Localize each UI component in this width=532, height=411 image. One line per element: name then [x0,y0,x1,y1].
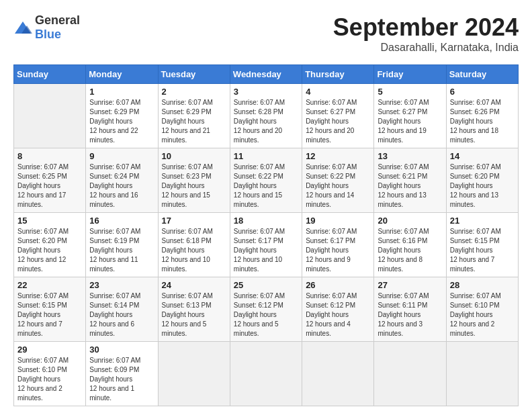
day-info: Sunrise: 6:07 AMSunset: 6:18 PMDaylight … [162,228,213,273]
day-info: Sunrise: 6:07 AMSunset: 6:25 PMDaylight … [17,163,69,208]
day-number: 12 [306,151,370,161]
day-number: 5 [378,87,442,97]
day-cell-22: 22 Sunrise: 6:07 AMSunset: 6:15 PMDaylig… [14,277,86,342]
day-cell-18: 18 Sunrise: 6:07 AMSunset: 6:17 PMDaylig… [230,213,302,277]
calendar-week-1: 1 Sunrise: 6:07 AMSunset: 6:29 PMDayligh… [14,84,519,148]
day-info: Sunrise: 6:07 AMSunset: 6:17 PMDaylight … [306,228,357,273]
logo-text: General Blue [35,13,80,42]
day-number: 9 [89,151,154,161]
empty-cell [14,84,86,148]
day-number: 10 [162,151,226,161]
empty-cell [302,342,374,406]
day-number: 21 [450,216,515,226]
day-number: 6 [450,87,515,97]
day-cell-10: 10 Sunrise: 6:07 AMSunset: 6:23 PMDaylig… [158,148,230,213]
header-monday: Monday [86,65,158,84]
day-cell-24: 24 Sunrise: 6:07 AMSunset: 6:13 PMDaylig… [158,277,230,342]
day-cell-2: 2 Sunrise: 6:07 AMSunset: 6:29 PMDayligh… [158,84,230,148]
day-number: 4 [306,87,370,97]
day-info: Sunrise: 6:07 AMSunset: 6:29 PMDaylight … [89,99,140,144]
day-info: Sunrise: 6:07 AMSunset: 6:23 PMDaylight … [162,163,213,208]
day-cell-6: 6 Sunrise: 6:07 AMSunset: 6:26 PMDayligh… [446,84,518,148]
day-number: 20 [378,216,442,226]
empty-cell [446,342,518,406]
day-info: Sunrise: 6:07 AMSunset: 6:27 PMDaylight … [306,99,357,144]
day-cell-27: 27 Sunrise: 6:07 AMSunset: 6:11 PMDaylig… [374,277,446,342]
day-info: Sunrise: 6:07 AMSunset: 6:15 PMDaylight … [450,228,501,273]
calendar-table: Sunday Monday Tuesday Wednesday Thursday… [13,64,519,406]
day-info: Sunrise: 6:07 AMSunset: 6:09 PMDaylight … [89,357,140,402]
day-cell-4: 4 Sunrise: 6:07 AMSunset: 6:27 PMDayligh… [302,84,374,148]
day-info: Sunrise: 6:07 AMSunset: 6:20 PMDaylight … [17,228,69,273]
day-info: Sunrise: 6:07 AMSunset: 6:15 PMDaylight … [17,292,69,337]
day-info: Sunrise: 6:07 AMSunset: 6:20 PMDaylight … [450,163,501,208]
day-info: Sunrise: 6:07 AMSunset: 6:29 PMDaylight … [162,99,213,144]
day-info: Sunrise: 6:07 AMSunset: 6:14 PMDaylight … [89,292,140,337]
day-info: Sunrise: 6:07 AMSunset: 6:21 PMDaylight … [378,163,429,208]
day-number: 23 [89,280,154,290]
month-year: September 2024 [333,13,519,42]
day-number: 11 [234,151,298,161]
day-info: Sunrise: 6:07 AMSunset: 6:11 PMDaylight … [378,292,429,337]
logo: General Blue [13,13,80,42]
day-number: 13 [378,151,442,161]
day-info: Sunrise: 6:07 AMSunset: 6:26 PMDaylight … [450,99,501,144]
day-number: 22 [17,280,82,290]
calendar-week-3: 15 Sunrise: 6:07 AMSunset: 6:20 PMDaylig… [14,213,519,277]
day-cell-14: 14 Sunrise: 6:07 AMSunset: 6:20 PMDaylig… [446,148,518,213]
day-cell-9: 9 Sunrise: 6:07 AMSunset: 6:24 PMDayligh… [86,148,158,213]
calendar-week-2: 8 Sunrise: 6:07 AMSunset: 6:25 PMDayligh… [14,148,519,213]
calendar-week-4: 22 Sunrise: 6:07 AMSunset: 6:15 PMDaylig… [14,277,519,342]
day-info: Sunrise: 6:07 AMSunset: 6:10 PMDaylight … [17,357,69,402]
day-cell-11: 11 Sunrise: 6:07 AMSunset: 6:22 PMDaylig… [230,148,302,213]
day-cell-21: 21 Sunrise: 6:07 AMSunset: 6:15 PMDaylig… [446,213,518,277]
day-number: 28 [450,280,515,290]
day-number: 8 [17,151,82,161]
day-number: 3 [234,87,298,97]
day-info: Sunrise: 6:07 AMSunset: 6:22 PMDaylight … [234,163,285,208]
day-cell-8: 8 Sunrise: 6:07 AMSunset: 6:25 PMDayligh… [14,148,86,213]
header-friday: Friday [374,65,446,84]
header-tuesday: Tuesday [158,65,230,84]
day-cell-3: 3 Sunrise: 6:07 AMSunset: 6:28 PMDayligh… [230,84,302,148]
day-cell-1: 1 Sunrise: 6:07 AMSunset: 6:29 PMDayligh… [86,84,158,148]
title-area: September 2024 Dasarahalli, Karnataka, I… [333,13,519,54]
day-number: 26 [306,280,370,290]
day-info: Sunrise: 6:07 AMSunset: 6:16 PMDaylight … [378,228,429,273]
day-cell-15: 15 Sunrise: 6:07 AMSunset: 6:20 PMDaylig… [14,213,86,277]
day-info: Sunrise: 6:07 AMSunset: 6:12 PMDaylight … [306,292,357,337]
day-number: 19 [306,216,370,226]
empty-cell [374,342,446,406]
day-info: Sunrise: 6:07 AMSunset: 6:19 PMDaylight … [89,228,140,273]
header-sunday: Sunday [14,65,86,84]
day-cell-16: 16 Sunrise: 6:07 AMSunset: 6:19 PMDaylig… [86,213,158,277]
calendar-week-5: 29 Sunrise: 6:07 AMSunset: 6:10 PMDaylig… [14,342,519,406]
day-number: 25 [234,280,298,290]
day-info: Sunrise: 6:07 AMSunset: 6:12 PMDaylight … [234,292,285,337]
day-info: Sunrise: 6:07 AMSunset: 6:24 PMDaylight … [89,163,140,208]
day-number: 24 [162,280,226,290]
day-info: Sunrise: 6:07 AMSunset: 6:17 PMDaylight … [234,228,285,273]
header-row: Sunday Monday Tuesday Wednesday Thursday… [14,65,519,84]
day-cell-29: 29 Sunrise: 6:07 AMSunset: 6:10 PMDaylig… [14,342,86,406]
empty-cell [158,342,230,406]
day-cell-17: 17 Sunrise: 6:07 AMSunset: 6:18 PMDaylig… [158,213,230,277]
day-cell-5: 5 Sunrise: 6:07 AMSunset: 6:27 PMDayligh… [374,84,446,148]
day-cell-12: 12 Sunrise: 6:07 AMSunset: 6:22 PMDaylig… [302,148,374,213]
day-cell-13: 13 Sunrise: 6:07 AMSunset: 6:21 PMDaylig… [374,148,446,213]
header-saturday: Saturday [446,65,518,84]
day-number: 2 [162,87,226,97]
day-number: 16 [89,216,154,226]
header: General Blue September 2024 Dasarahalli,… [13,13,519,54]
day-number: 29 [17,345,82,355]
location: Dasarahalli, Karnataka, India [333,42,519,54]
day-number: 17 [162,216,226,226]
day-info: Sunrise: 6:07 AMSunset: 6:13 PMDaylight … [162,292,213,337]
day-cell-23: 23 Sunrise: 6:07 AMSunset: 6:14 PMDaylig… [86,277,158,342]
day-number: 14 [450,151,515,161]
day-number: 18 [234,216,298,226]
day-info: Sunrise: 6:07 AMSunset: 6:28 PMDaylight … [234,99,285,144]
header-wednesday: Wednesday [230,65,302,84]
day-number: 1 [89,87,154,97]
header-thursday: Thursday [302,65,374,84]
